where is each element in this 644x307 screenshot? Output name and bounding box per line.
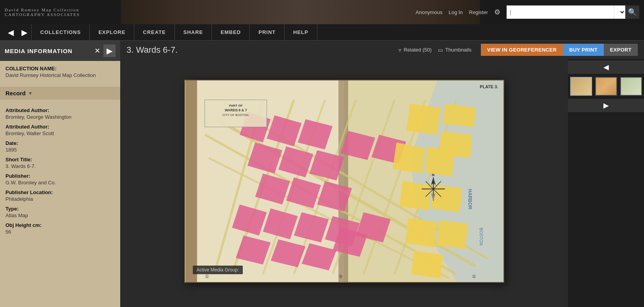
content-header: 3. Wards 6-7. ▿ Related (50) ▭ Thumbnail…: [120, 41, 644, 59]
site-subtitle-text: CARTOGRAPHY ASSOCIATES: [5, 12, 122, 17]
thumb-arrow-right[interactable]: ▶: [568, 99, 644, 112]
thumb-item-1[interactable]: [570, 77, 592, 96]
attr-author-value-2: Bromley, Walter Scott: [5, 130, 115, 136]
active-media-badge: Active Media Group:: [193, 266, 243, 274]
obj-height-label: Obj Height cm:: [5, 222, 115, 228]
right-area: 3. Wards 6-7. ▿ Related (50) ▭ Thumbnail…: [120, 41, 644, 307]
thumb-item-3[interactable]: [620, 77, 642, 96]
record-row[interactable]: Record ▼: [0, 87, 120, 100]
svg-text:BOSTON: BOSTON: [479, 228, 484, 246]
svg-text:WARDS 6 & 7: WARDS 6 & 7: [224, 108, 247, 112]
nav-bar: ◀ ▶ COLLECTIONS EXPLORE CREATE SHARE EMB…: [0, 24, 644, 41]
record-label: Record: [5, 90, 26, 96]
svg-marker-44: [405, 218, 437, 247]
svg-text:③: ③: [338, 274, 343, 279]
anonymous-link[interactable]: Anonymous: [416, 9, 443, 15]
nav-print[interactable]: PRINT: [250, 24, 285, 41]
panel-close-button[interactable]: ✕: [94, 46, 100, 55]
nav-back-button[interactable]: ◀: [4, 24, 18, 41]
record-dropdown-icon: ▼: [28, 91, 33, 96]
search-button[interactable]: 🔍: [625, 5, 639, 19]
publisher-location-value: Philadelphia: [5, 196, 115, 202]
svg-text:PART OF: PART OF: [229, 104, 242, 107]
nav-embed[interactable]: EMBED: [212, 24, 250, 41]
gear-icon[interactable]: ⚙: [494, 8, 500, 16]
main-content: MEDIA INFORMATION ✕ ▶ COLLECTION NAME: D…: [0, 41, 644, 307]
buy-print-button[interactable]: BUY PRINT: [563, 44, 604, 56]
publisher-location-label: Publisher Location:: [5, 189, 115, 195]
obj-height-value: 56: [5, 229, 115, 235]
attr-author-label-2: Attributed Author:: [5, 124, 115, 130]
attr-author-label-1: Attributed Author:: [5, 107, 115, 113]
attr-author-value-1: Bromley, George Washington: [5, 114, 115, 120]
site-title-text: David Rumsey Map Collection: [5, 7, 122, 12]
svg-marker-37: [406, 104, 441, 134]
svg-text:①: ①: [205, 274, 209, 279]
svg-rect-1: [185, 80, 197, 282]
left-panel: MEDIA INFORMATION ✕ ▶ COLLECTION NAME: D…: [0, 41, 120, 307]
related-label: Related (50): [404, 47, 432, 53]
search-bar: 🔍: [507, 5, 639, 19]
thumbnails-button[interactable]: ▭ Thumbnails: [438, 47, 471, 53]
export-button[interactable]: EXPORT: [604, 44, 638, 56]
header-right: Anonymous Log In Register ⚙ 🔍: [416, 5, 639, 19]
svg-text:PLATE 3.: PLATE 3.: [480, 84, 498, 89]
top-header: David Rumsey Map Collection CARTOGRAPHY …: [0, 0, 644, 24]
svg-text:HARBOR: HARBOR: [467, 189, 472, 209]
svg-marker-45: [436, 220, 468, 249]
type-value: Atlas Map: [5, 212, 115, 218]
panel-title: MEDIA INFORMATION: [5, 48, 91, 54]
map-title: 3. Wards 6-7.: [126, 45, 394, 55]
collection-name-value: David Rumsey Historical Map Collection: [5, 72, 115, 78]
thumb-item-2[interactable]: [595, 77, 617, 96]
search-input[interactable]: [507, 5, 614, 19]
short-title-label: Short Title:: [5, 157, 115, 162]
thumb-arrow-left[interactable]: ◀: [568, 61, 644, 74]
svg-text:N: N: [432, 173, 434, 177]
map-image-container: N PART OF WARDS 6 & 7 CITY OF BOSTON. PL…: [184, 80, 504, 283]
register-link[interactable]: Register: [469, 9, 488, 15]
right-panel: ◀ ▶: [568, 59, 644, 307]
nav-collections[interactable]: COLLECTIONS: [31, 24, 90, 41]
login-link[interactable]: Log In: [448, 9, 463, 15]
map-viewer[interactable]: N PART OF WARDS 6 & 7 CITY OF BOSTON. PL…: [120, 59, 568, 307]
nav-create[interactable]: CREATE: [134, 24, 174, 41]
date-label: Date:: [5, 140, 115, 146]
svg-text:②: ②: [472, 274, 476, 279]
panel-details: Attributed Author: Bromley, George Washi…: [0, 104, 120, 243]
active-media-label: Active Media Group:: [197, 267, 239, 273]
site-title: David Rumsey Map Collection CARTOGRAPHY …: [5, 7, 122, 17]
thumb-row: [568, 75, 644, 97]
related-filter-icon: ▿: [398, 47, 401, 53]
thumbnails-icon: ▭: [438, 47, 443, 53]
related-button[interactable]: ▿ Related (50): [398, 47, 432, 53]
svg-marker-46: [411, 251, 443, 278]
thumbnails-label: Thumbnails: [445, 47, 471, 53]
publisher-label: Publisher:: [5, 173, 115, 179]
short-title-value: 3. Wards 6-7.: [5, 163, 115, 169]
date-value: 1895: [5, 147, 115, 153]
search-dropdown[interactable]: [614, 5, 625, 19]
svg-marker-41: [425, 146, 454, 176]
map-thumbnails-row: N PART OF WARDS 6 & 7 CITY OF BOSTON. PL…: [120, 59, 644, 307]
svg-text:CITY OF BOSTON.: CITY OF BOSTON.: [222, 113, 249, 117]
panel-header: MEDIA INFORMATION ✕ ▶: [0, 41, 120, 61]
type-label: Type:: [5, 206, 115, 212]
view-georef-button[interactable]: VIEW IN GEOREFERENCER: [481, 44, 563, 56]
nav-forward-button[interactable]: ▶: [18, 24, 31, 41]
publisher-value: G.W. Bromley and Co.: [5, 180, 115, 186]
collection-name-label: COLLECTION NAME:: [5, 66, 115, 71]
nav-share[interactable]: SHARE: [175, 24, 212, 41]
svg-marker-38: [443, 104, 476, 127]
nav-help[interactable]: HELP: [285, 24, 317, 41]
map-svg: N PART OF WARDS 6 & 7 CITY OF BOSTON. PL…: [185, 80, 503, 282]
panel-content: COLLECTION NAME: David Rumsey Historical…: [0, 61, 120, 87]
nav-explore[interactable]: EXPLORE: [90, 24, 134, 41]
svg-marker-43: [431, 184, 462, 212]
panel-expand-button[interactable]: ▶: [103, 45, 116, 57]
action-buttons: VIEW IN GEOREFERENCER BUY PRINT EXPORT: [481, 44, 638, 56]
